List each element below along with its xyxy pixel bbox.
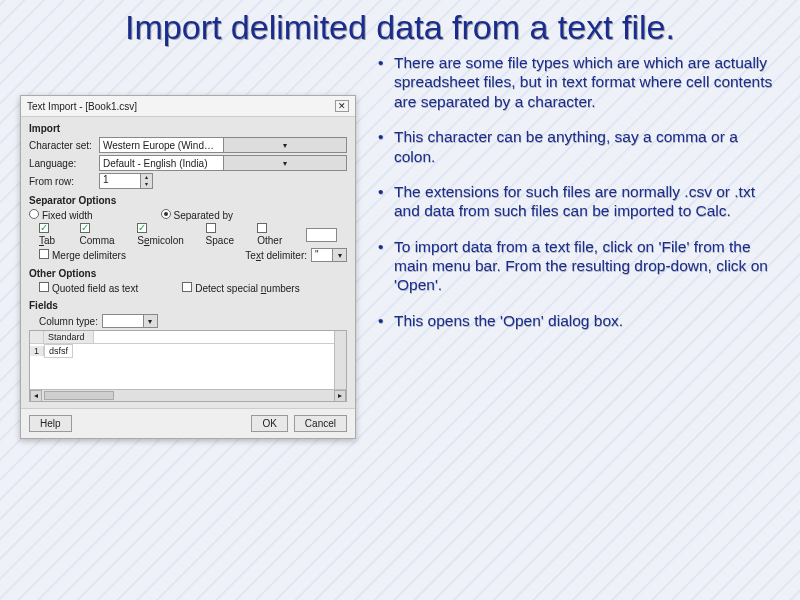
detect-label: Detect special numbers [195,283,300,294]
cancel-button[interactable]: Cancel [294,415,347,432]
coltype-label: Column type: [39,316,98,327]
list-item: There are some file types which are whic… [374,53,780,111]
coltype-select[interactable]: ▾ [102,314,158,328]
semicolon-checkbox[interactable]: Semicolon [137,223,191,246]
merge-checkbox[interactable]: Merge delimiters [39,249,126,261]
separator-section-label: Separator Options [29,195,347,206]
preview-cell: dsfsf [44,344,73,358]
list-item: The extensions for such files are normal… [374,182,780,221]
language-select[interactable]: Default - English (India) ▾ [99,155,347,171]
fixed-width-label: Fixed width [42,210,93,221]
chevron-down-icon[interactable]: ▾ [332,249,346,261]
charset-value: Western Europe (Windows-1252/WinLatin 1) [100,140,223,151]
text-import-dialog: Text Import - [Book1.csv] ✕ Import Chara… [20,95,356,439]
help-button[interactable]: Help [29,415,72,432]
other-delim-input[interactable] [306,228,337,242]
bullet-list: There are some file types which are whic… [374,53,780,439]
spin-up-icon[interactable]: ▴ [140,174,152,181]
list-item: To import data from a text file, click o… [374,237,780,295]
semicolon-label: Semicolon [137,235,184,246]
charset-select[interactable]: Western Europe (Windows-1252/WinLatin 1)… [99,137,347,153]
tab-checkbox[interactable]: Tab [39,223,66,246]
tab-label: ab [44,235,55,246]
scrollbar-horizontal[interactable]: ◂ ▸ [30,389,346,401]
other-checkbox[interactable]: Other [257,223,292,246]
text-delim-select[interactable]: "▾ [311,248,347,262]
col-header: Standard [44,331,94,343]
space-checkbox[interactable]: Space [206,223,244,246]
detect-checkbox[interactable]: Detect special numbers [182,282,300,294]
comma-label: Comma [80,235,115,246]
space-label: Space [206,235,234,246]
other-label: Other [257,235,282,246]
fromrow-value: 1 [100,174,140,188]
dialog-title: Text Import - [Book1.csv] [27,101,137,112]
separated-by-label: Separated by [174,210,234,221]
fromrow-label: From row: [29,176,95,187]
merge-label: Merge delimiters [52,250,126,261]
quoted-checkbox[interactable]: Quoted field as text [39,282,138,294]
ok-button[interactable]: OK [251,415,287,432]
charset-label: Character set: [29,140,95,151]
spin-down-icon[interactable]: ▾ [140,181,152,188]
quoted-label: Quoted field as text [52,283,138,294]
scroll-left-icon[interactable]: ◂ [30,390,42,402]
separated-by-radio[interactable]: Separated by [161,209,234,221]
preview-grid: Standard 1dsfsf ◂ ▸ [29,330,347,402]
other-options-label: Other Options [29,268,347,279]
chevron-down-icon[interactable]: ▾ [223,138,347,152]
close-icon[interactable]: ✕ [335,100,349,112]
language-label: Language: [29,158,95,169]
text-delim-label: Text delimiter: [245,250,307,261]
chevron-down-icon[interactable]: ▾ [223,156,347,170]
import-section-label: Import [29,123,347,134]
comma-checkbox[interactable]: Comma [80,223,124,246]
text-delim-value: " [312,249,332,261]
scroll-thumb[interactable] [44,391,114,400]
fields-label: Fields [29,300,347,311]
list-item: This opens the 'Open' dialog box. [374,311,780,330]
fixed-width-radio[interactable]: Fixed width [29,209,93,221]
fromrow-spinner[interactable]: 1 ▴▾ [99,173,153,189]
scrollbar-vertical[interactable] [334,331,346,389]
row-number: 1 [30,346,44,356]
language-value: Default - English (India) [100,158,223,169]
scroll-right-icon[interactable]: ▸ [334,390,346,402]
page-title: Import delimited data from a text file. [0,0,800,47]
chevron-down-icon[interactable]: ▾ [143,315,157,327]
list-item: This character can be anything, say a co… [374,127,780,166]
